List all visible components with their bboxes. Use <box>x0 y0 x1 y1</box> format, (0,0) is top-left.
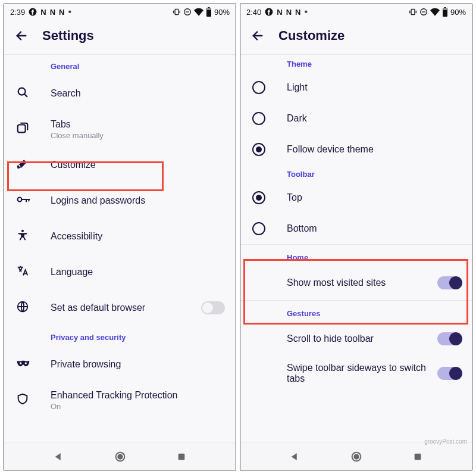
svg-rect-24 <box>415 453 421 460</box>
row-accessibility[interactable]: Accessibility <box>4 219 236 254</box>
facebook-icon <box>265 8 273 16</box>
radio-top[interactable]: Top <box>240 182 472 213</box>
nav-recents-icon[interactable] <box>410 449 425 464</box>
overflow-dot: • <box>68 7 71 17</box>
svg-point-23 <box>354 454 358 459</box>
radio-label: Follow device theme <box>287 144 374 155</box>
nav-home-icon[interactable] <box>112 449 128 464</box>
switch-label: Swipe toolbar sideways to switch tabs <box>287 363 437 384</box>
section-toolbar: Toolbar <box>240 165 472 182</box>
settings-list[interactable]: General Search Tabs Close manually <box>4 55 236 442</box>
radio-follow-device[interactable]: Follow device theme <box>240 134 472 165</box>
accessibility-icon <box>16 229 29 244</box>
statusbar: 2:39 N N N • <box>4 4 236 20</box>
svg-rect-4 <box>208 7 209 8</box>
brush-icon <box>16 157 29 173</box>
dnd-icon <box>183 8 192 16</box>
nav-back-icon[interactable] <box>51 449 66 464</box>
wifi-icon <box>430 8 440 16</box>
phone-customize: 2:40 N N N • <box>240 4 472 470</box>
radio-icon <box>252 143 265 156</box>
radio-icon <box>252 81 265 94</box>
radio-bottom[interactable]: Bottom <box>240 213 472 244</box>
row-label: Accessibility <box>51 231 225 242</box>
radio-label: Top <box>287 192 302 203</box>
row-tabs[interactable]: Tabs Close manually <box>4 111 236 147</box>
radio-icon <box>252 112 265 125</box>
radio-label: Bottom <box>287 223 317 234</box>
nav-back-icon[interactable] <box>287 449 302 464</box>
row-swipe-switch[interactable]: Swipe toolbar sideways to switch tabs <box>240 356 472 391</box>
app-header: Settings <box>4 20 236 55</box>
n-icon-3: N <box>59 8 64 17</box>
default-browser-toggle[interactable] <box>201 301 225 314</box>
row-label: Language <box>51 267 225 277</box>
svg-point-11 <box>20 362 21 364</box>
most-visited-toggle[interactable] <box>437 276 461 289</box>
clock-time: 2:40 <box>246 8 261 17</box>
watermark: groovyPost.com <box>424 438 467 445</box>
section-gestures: Gestures <box>240 301 472 322</box>
row-label: Search <box>51 88 225 99</box>
row-most-visited[interactable]: Show most visited sites <box>240 266 472 300</box>
swipe-switch-toggle[interactable] <box>437 367 461 380</box>
battery-percent: 90% <box>214 8 230 17</box>
n-icon-1: N <box>277 8 282 17</box>
clock-time: 2:39 <box>10 8 25 17</box>
row-private-browsing[interactable]: Private browsing <box>4 347 236 382</box>
row-search[interactable]: Search <box>4 76 236 111</box>
back-icon[interactable] <box>251 29 264 42</box>
android-navbar <box>240 442 472 470</box>
tabs-icon <box>16 121 29 137</box>
shield-icon <box>16 392 29 408</box>
switch-label: Scroll to hide toolbar <box>287 333 437 344</box>
n-icon-3: N <box>295 8 300 17</box>
n-icon-2: N <box>286 8 292 17</box>
row-default-browser[interactable]: Set as default browser <box>4 290 236 326</box>
radio-label: Light <box>287 82 308 93</box>
dnd-icon <box>419 8 428 16</box>
svg-point-14 <box>118 454 122 459</box>
customize-list[interactable]: Theme Light Dark Follow device theme Too… <box>240 55 472 442</box>
battery-percent: 90% <box>450 8 466 17</box>
android-navbar <box>4 442 236 470</box>
facebook-icon <box>29 8 37 16</box>
key-icon <box>16 193 30 208</box>
row-label: Tabs <box>51 119 225 130</box>
radio-icon <box>252 191 265 204</box>
battery-icon <box>206 7 212 17</box>
row-sub: Close manually <box>51 131 225 140</box>
row-language[interactable]: Language <box>4 254 236 290</box>
svg-rect-15 <box>178 453 185 460</box>
svg-rect-21 <box>443 8 447 10</box>
globe-icon <box>16 300 29 316</box>
nav-home-icon[interactable] <box>349 449 364 464</box>
svg-rect-7 <box>18 125 26 133</box>
radio-dark[interactable]: Dark <box>240 103 472 134</box>
row-etp[interactable]: Enhanced Tracking Protection On <box>4 382 236 418</box>
svg-rect-17 <box>411 9 415 14</box>
svg-rect-1 <box>175 9 178 14</box>
section-general: General <box>4 55 236 76</box>
radio-icon <box>252 222 265 235</box>
statusbar: 2:40 N N N • <box>240 4 472 20</box>
search-icon <box>16 86 29 101</box>
page-title: Settings <box>42 28 94 43</box>
row-sub: On <box>51 402 225 411</box>
radio-light[interactable]: Light <box>240 72 472 103</box>
row-scroll-hide[interactable]: Scroll to hide toolbar <box>240 322 472 356</box>
section-theme: Theme <box>240 55 472 72</box>
language-icon <box>16 264 29 280</box>
row-customize[interactable]: Customize <box>4 147 236 183</box>
scroll-hide-toggle[interactable] <box>437 332 461 345</box>
overflow-dot: • <box>304 7 308 17</box>
wifi-icon <box>194 8 203 16</box>
app-header: Customize <box>240 20 472 55</box>
section-home: Home <box>240 245 472 266</box>
row-logins[interactable]: Logins and passwords <box>4 183 236 219</box>
vibrate-icon <box>409 8 417 16</box>
nav-recents-icon[interactable] <box>174 449 189 464</box>
svg-rect-20 <box>444 7 446 8</box>
section-privacy: Privacy and security <box>4 326 236 347</box>
back-icon[interactable] <box>15 29 28 42</box>
